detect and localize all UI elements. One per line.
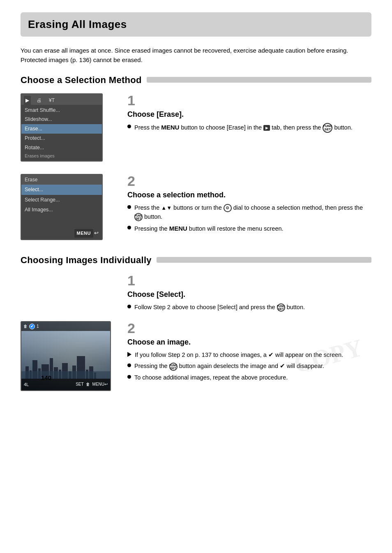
erase-item-range: Select Range... bbox=[21, 195, 102, 205]
step-s1-1-right: 1 Choose [Erase]. Press the MENU button … bbox=[127, 93, 371, 167]
menu-item-rotate: Rotate... bbox=[21, 143, 102, 153]
func-set-button: FUNCSET bbox=[323, 123, 332, 133]
img-size-label: 4L bbox=[24, 381, 29, 388]
step-s2-2-bullet1-text: If you follow Step 2 on p. 137 to choose… bbox=[135, 350, 343, 359]
section1-header: Choose a Selection Method bbox=[21, 73, 371, 87]
step-s1-2-bullet2: Pressing the MENU button will restore th… bbox=[127, 224, 371, 233]
erase-widget: Erase Select... Select Range... All Imag… bbox=[21, 174, 103, 240]
menu-bold-text-2: MENU bbox=[169, 225, 187, 232]
img-top-bar: 🗑 ✔ 1 bbox=[21, 322, 110, 331]
menu-tabs: ▶ 🖨 ¥T bbox=[21, 94, 102, 105]
step-s2-1-title: Choose [Select]. bbox=[127, 289, 371, 300]
arrow-updown: ▲▼ bbox=[161, 204, 172, 212]
img-water bbox=[21, 371, 110, 379]
img-bottom-bar: 4L SET 🗑 MENU↩ bbox=[21, 379, 110, 390]
func-set-button-4: FUNCSET bbox=[169, 363, 178, 371]
step-s1-1-bullet1-text: Press the MENU button to choose [Erase] … bbox=[134, 123, 353, 133]
step-s2-1: 1 Choose [Select]. Follow Step 2 above t… bbox=[21, 273, 371, 314]
step-s2-2-bullet2-text: Pressing the FUNCSET button again desele… bbox=[134, 361, 324, 370]
step-s2-1-num: 1 bbox=[127, 273, 371, 287]
bullet-circle-4 bbox=[127, 305, 131, 308]
menu-button-bottom: MENU bbox=[74, 229, 93, 238]
step-s1-1-left: ▶ 🖨 ¥T Smart Shuffle... Slideshow... Era… bbox=[21, 93, 127, 167]
section2-title: Choosing Images Individually bbox=[21, 253, 152, 267]
erase-item-all: All Images... bbox=[21, 205, 102, 215]
menu-item-smart-shuffle: Smart Shuffle... bbox=[21, 106, 102, 115]
image-preview: 🗑 ✔ 1 4L SET 🗑 MENU↩ bbox=[21, 321, 111, 391]
bullet-circle-3 bbox=[127, 226, 131, 229]
trash-icon-top: 🗑 bbox=[23, 323, 28, 329]
step-s1-2-body: Press the ▲▼ buttons or turn the ⚙ dial … bbox=[127, 203, 371, 233]
step-s2-1-bullet1-text: Follow Step 2 above to choose [Select] a… bbox=[134, 303, 305, 312]
section1-title: Choose a Selection Method bbox=[21, 73, 142, 87]
menu-items: Smart Shuffle... Slideshow... Erase... P… bbox=[21, 105, 102, 161]
step-s1-1-body: Press the MENU button to choose [Erase] … bbox=[127, 123, 371, 133]
step-s1-1-bullet1: Press the MENU button to choose [Erase] … bbox=[127, 123, 371, 133]
step-s2-2-right: 2 Choose an image. If you follow Step 2 … bbox=[127, 321, 371, 391]
page-title-box: Erasing All Images bbox=[21, 12, 371, 37]
step-s1-2-left: Erase Select... Select Range... All Imag… bbox=[21, 174, 127, 243]
erase-title: Erase bbox=[21, 175, 102, 185]
menu-widget: ▶ 🖨 ¥T Smart Shuffle... Slideshow... Era… bbox=[21, 93, 103, 162]
dial-icon: ⚙ bbox=[224, 204, 232, 212]
step-s1-2-bullet2-text: Pressing the MENU button will restore th… bbox=[134, 224, 284, 233]
step-s2-2-bullet2: Pressing the FUNCSET button again desele… bbox=[127, 361, 371, 370]
step-s2-2-num: 2 bbox=[127, 321, 371, 335]
erase-item-select: Select... bbox=[21, 185, 102, 195]
bullet-circle-6 bbox=[127, 375, 131, 379]
step-s1-2-title: Choose a selection method. bbox=[127, 190, 371, 201]
img-count: 1 bbox=[37, 323, 39, 329]
menu-tab-settings: ¥T bbox=[47, 96, 56, 105]
menu-tab-play: ▶ bbox=[24, 96, 31, 105]
section2-header: Choosing Images Individually bbox=[21, 253, 371, 267]
step-s2-1-right: 1 Choose [Select]. Follow Step 2 above t… bbox=[127, 273, 371, 314]
bullet-circle bbox=[127, 125, 131, 128]
step-s2-1-left bbox=[21, 273, 127, 314]
section2-header-bar bbox=[157, 257, 371, 263]
play-tab-icon: ▶ bbox=[263, 125, 270, 131]
step-s1-2-bullet1-text: Press the ▲▼ buttons or turn the ⚙ dial … bbox=[134, 203, 371, 222]
step-s2-2-body: If you follow Step 2 on p. 137 to choose… bbox=[127, 350, 371, 382]
step-s2-2-bullet1: If you follow Step 2 on p. 137 to choose… bbox=[127, 350, 371, 359]
menu-item-slideshow: Slideshow... bbox=[21, 115, 102, 124]
menu-item-erases-images: Erases images bbox=[21, 152, 102, 160]
func-set-button-3: FUNCSET bbox=[277, 303, 285, 312]
menu-bold-text: MENU bbox=[161, 124, 179, 131]
check-mark-icon: ✔ bbox=[29, 324, 35, 329]
step-s2-1-body: Follow Step 2 above to choose [Select] a… bbox=[127, 303, 371, 312]
step-s1-2-right: 2 Choose a selection method. Press the ▲… bbox=[127, 174, 371, 243]
step-s1-1-num: 1 bbox=[127, 93, 371, 107]
step-s2-1-bullet1: Follow Step 2 above to choose [Select] a… bbox=[127, 303, 371, 312]
menu-item-erase: Erase... bbox=[21, 124, 102, 134]
step-s1-2: Erase Select... Select Range... All Imag… bbox=[21, 174, 371, 243]
erase-bottom: MENU ↩ bbox=[21, 227, 102, 239]
step-s1-2-num: 2 bbox=[127, 174, 371, 188]
step-s2-2-title: Choose an image. bbox=[127, 337, 371, 348]
bullet-triangle-1 bbox=[127, 352, 131, 357]
step-s1-2-bullet1: Press the ▲▼ buttons or turn the ⚙ dial … bbox=[127, 203, 371, 222]
page-number: 140 bbox=[41, 373, 51, 383]
menu-tab-print: 🖨 bbox=[35, 96, 43, 105]
step-s2-2-bullet3: To choose additional images, repeat the … bbox=[127, 373, 371, 382]
step-s2-2-left: 🗑 ✔ 1 4L SET 🗑 MENU↩ bbox=[21, 321, 127, 391]
func-set-button-2: FUNCSET bbox=[134, 213, 143, 221]
step-s2-2-bullet3-text: To choose additional images, repeat the … bbox=[134, 373, 288, 382]
bullet-circle-5 bbox=[127, 363, 131, 367]
intro-text: You can erase all images at once. Since … bbox=[21, 46, 371, 65]
img-buttons: SET 🗑 MENU↩ bbox=[76, 381, 108, 387]
return-arrow: ↩ bbox=[94, 229, 99, 238]
step-s2-2: 🗑 ✔ 1 4L SET 🗑 MENU↩ 2 Choose an image. … bbox=[21, 321, 371, 391]
section1-header-bar bbox=[147, 77, 371, 83]
bullet-circle-2 bbox=[127, 205, 131, 209]
page-title: Erasing All Images bbox=[28, 16, 364, 32]
menu-item-protect: Protect... bbox=[21, 134, 102, 143]
step-s1-1: ▶ 🖨 ¥T Smart Shuffle... Slideshow... Era… bbox=[21, 93, 371, 167]
step-s1-1-title: Choose [Erase]. bbox=[127, 109, 371, 120]
